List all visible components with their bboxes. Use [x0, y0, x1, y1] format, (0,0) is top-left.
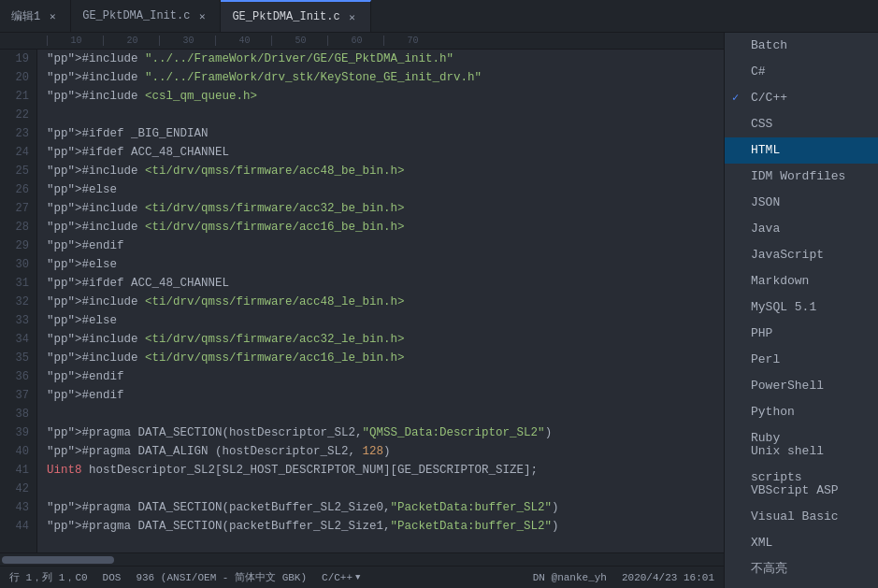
- scroll-thumb[interactable]: [2, 556, 114, 564]
- dropdown-item-css[interactable]: CSS: [725, 111, 878, 137]
- code-line: "pp">#pragma DATA_ALIGN (hostDescriptor_…: [47, 442, 724, 461]
- line-number: 24: [7, 143, 29, 162]
- dropdown-item-mysql-5.1[interactable]: MySQL 5.1: [725, 294, 878, 321]
- line-number: 33: [7, 311, 29, 330]
- position-text: 行 1，列 1，C0: [9, 570, 88, 584]
- line-number: 35: [7, 349, 29, 367]
- status-bar: 行 1，列 1，C0 DOS 936 (ANSI/OEM - 简体中文 GBK)…: [0, 566, 724, 588]
- code-line: "pp">#endif: [47, 367, 724, 386]
- code-line: "pp">#include <ti/drv/qmss/firmware/acc1…: [47, 218, 724, 237]
- line-number: 29: [7, 237, 29, 255]
- line-number: 28: [7, 218, 29, 237]
- status-dos: DOS: [103, 572, 122, 583]
- tab-label: 编辑1: [11, 8, 40, 24]
- code-line: "pp">#pragma DATA_SECTION(hostDescriptor…: [47, 423, 724, 442]
- horizontal-scrollbar[interactable]: [0, 552, 724, 566]
- line-number: 34: [7, 330, 29, 349]
- tab-file3[interactable]: GE_PktDMA_Init.c ✕: [221, 0, 370, 32]
- main-area: 10 20 30 40 50 60 70 1920212223242526272…: [0, 33, 878, 588]
- close-icon[interactable]: ✕: [346, 10, 359, 23]
- line-number: 42: [7, 480, 29, 498]
- dropdown-item-vbscript-asp[interactable]: VBScript ASP: [725, 478, 878, 504]
- code-line: "pp">#include "../../FrameWork/drv_stk/K…: [47, 68, 724, 87]
- code-container[interactable]: 1920212223242526272829303132333435363738…: [0, 50, 724, 552]
- datetime-text: 2020/4/23 16:01: [622, 572, 714, 583]
- line-number: 27: [7, 199, 29, 218]
- user-text: DN @nanke_yh: [533, 572, 607, 583]
- editor-area: 10 20 30 40 50 60 70 1920212223242526272…: [0, 33, 724, 588]
- dropdown-item-batch[interactable]: Batch: [725, 33, 878, 59]
- line-number: 37: [7, 386, 29, 405]
- line-number: 21: [7, 87, 29, 106]
- line-number: 41: [7, 461, 29, 480]
- language-text: C/C++: [322, 572, 353, 583]
- line-number: 43: [7, 498, 29, 517]
- line-number: 36: [7, 367, 29, 386]
- code-lines[interactable]: "pp">#include "../../FrameWork/Driver/GE…: [37, 50, 724, 552]
- encoding-text: 936 (ANSI/OEM - 简体中文 GBK): [136, 570, 307, 584]
- dropdown-item-idm-wordfiles[interactable]: IDM Wordfiles: [725, 164, 878, 190]
- dropdown-item-visual-basic[interactable]: Visual Basic: [725, 504, 878, 530]
- code-line: "pp">#endif: [47, 386, 724, 405]
- code-line: "pp">#else: [47, 180, 724, 199]
- code-line: Uint8 hostDescriptor_SL2[SL2_HOST_DESCRI…: [47, 461, 724, 480]
- status-position: 行 1，列 1，C0: [9, 570, 88, 584]
- code-line: "pp">#include <ti/drv/qmss/firmware/acc4…: [47, 162, 724, 180]
- dropdown-panel: BatchC#C/C++CSSHTMLIDM WordfilesJSONJava…: [724, 33, 878, 588]
- dropdown-item-c/c++[interactable]: C/C++: [725, 85, 878, 111]
- code-line: "pp">#include <ti/drv/qmss/firmware/acc3…: [47, 199, 724, 218]
- line-number: 32: [7, 293, 29, 311]
- ruler-mark: 40: [215, 36, 271, 46]
- code-line: "pp">#include <ti/drv/qmss/firmware/acc1…: [47, 349, 724, 367]
- dropdown-item-markdown[interactable]: Markdown: [725, 268, 878, 294]
- dropdown-item-perl[interactable]: Perl: [725, 347, 878, 373]
- code-line: [47, 480, 724, 498]
- line-numbers: 1920212223242526272829303132333435363738…: [0, 50, 37, 552]
- ruler-mark: 70: [383, 36, 439, 46]
- line-number: 40: [7, 442, 29, 461]
- code-line: "pp">#include <ti/drv/qmss/firmware/acc3…: [47, 330, 724, 349]
- line-number: 19: [7, 50, 29, 68]
- code-line: [47, 405, 724, 423]
- status-right: DN @nanke_yh 2020/4/23 16:01: [533, 572, 714, 583]
- code-line: "pp">#ifdef _BIG_ENDIAN: [47, 124, 724, 143]
- line-number: 22: [7, 106, 29, 124]
- line-number: 26: [7, 180, 29, 199]
- status-encoding: 936 (ANSI/OEM - 简体中文 GBK): [136, 570, 307, 584]
- dropdown-item-c#[interactable]: C#: [725, 59, 878, 85]
- close-icon[interactable]: ✕: [46, 9, 59, 22]
- status-language[interactable]: C/C++ ▼: [322, 572, 360, 583]
- dropdown-item-powershell[interactable]: PowerShell: [725, 373, 878, 399]
- code-line: "pp">#ifdef ACC_48_CHANNEL: [47, 143, 724, 162]
- line-number: 23: [7, 124, 29, 143]
- ruler: 10 20 30 40 50 60 70: [0, 33, 724, 50]
- code-line: [47, 106, 724, 124]
- ruler-mark: 20: [103, 36, 159, 46]
- ruler-mark: 10: [47, 36, 103, 46]
- dropdown-item-xml[interactable]: XML: [725, 530, 878, 556]
- code-line: "pp">#else: [47, 311, 724, 330]
- code-line: "pp">#include <ti/drv/qmss/firmware/acc4…: [47, 293, 724, 311]
- dropdown-item-javascript[interactable]: JavaScript: [725, 242, 878, 268]
- line-number: 38: [7, 405, 29, 423]
- tab-label: GE_PktDMA_Init.c: [82, 9, 190, 22]
- dropdown-item-不高亮[interactable]: 不高亮: [725, 556, 878, 582]
- ruler-mark: 50: [271, 36, 327, 46]
- dropdown-item-java[interactable]: Java: [725, 216, 878, 242]
- tab-bar: 编辑1 ✕ GE_PktDMA_Init.c ✕ GE_PktDMA_Init.…: [0, 0, 878, 33]
- dropdown-item-unix-shell-scripts[interactable]: Unix shell scripts: [725, 452, 878, 478]
- tab-label: GE_PktDMA_Init.c: [232, 10, 339, 23]
- dos-text: DOS: [103, 572, 122, 583]
- tab-file2[interactable]: GE_PktDMA_Init.c ✕: [71, 0, 221, 32]
- line-number: 30: [7, 255, 29, 274]
- tab-edit1[interactable]: 编辑1 ✕: [0, 0, 71, 32]
- code-line: "pp">#pragma DATA_SECTION(packetBuffer_S…: [47, 498, 724, 517]
- ruler-mark: 60: [327, 36, 383, 46]
- dropdown-item-python[interactable]: Python: [725, 399, 878, 425]
- dropdown-item-php[interactable]: PHP: [725, 321, 878, 347]
- chevron-down-icon: ▼: [355, 573, 360, 582]
- dropdown-item-json[interactable]: JSON: [725, 190, 878, 216]
- close-icon[interactable]: ✕: [195, 9, 209, 22]
- dropdown-item-html[interactable]: HTML: [725, 137, 878, 164]
- code-line: "pp">#pragma DATA_SECTION(packetBuffer_S…: [47, 517, 724, 536]
